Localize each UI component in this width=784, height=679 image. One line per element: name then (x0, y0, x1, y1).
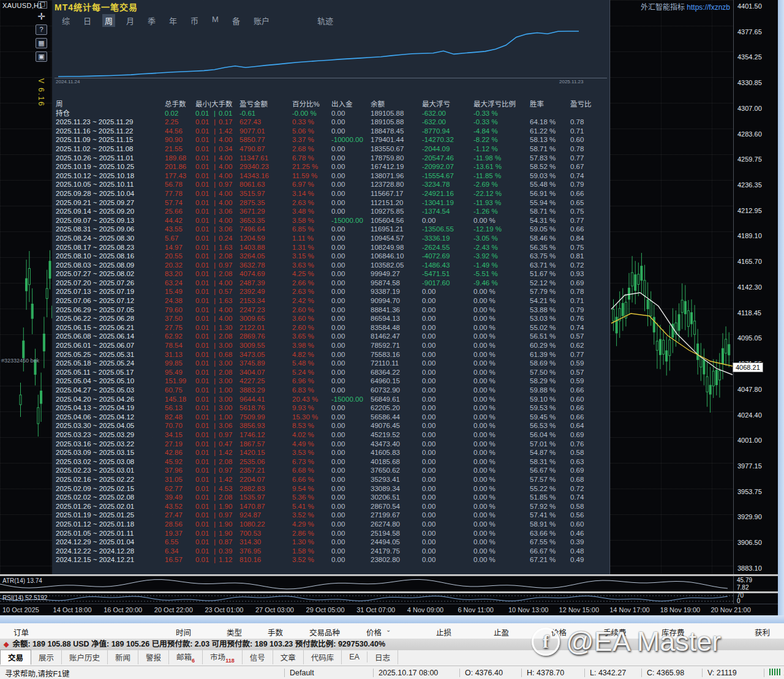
price-tick: 4330.85 (737, 79, 762, 86)
stats-tab-综[interactable]: 综 (59, 14, 72, 27)
time-tick: 20 Nov 21:00 (710, 606, 750, 613)
terminal-tab-代码库[interactable]: 代码库 (304, 650, 342, 664)
pane-splitter[interactable] (0, 574, 778, 576)
table-row: 2025.09.28 ~ 2025.10.0477.780.01|4.00351… (56, 189, 607, 198)
table-row: 2025.01.05 ~ 2025.01.1119.370.01|1.90700… (56, 529, 607, 538)
atr-pane: ATR(14) 13.74 (0, 576, 733, 591)
brand-link[interactable]: 外汇智能指标 https://fxznzb (641, 1, 730, 12)
price-tick: 4189.10 (737, 232, 762, 239)
terminal-tab-邮箱[interactable]: 邮箱6 (169, 650, 203, 665)
orders-column-header[interactable]: 手数 (268, 626, 283, 638)
time-axis[interactable]: 10 Oct 202514 Oct 18:0016 Oct 20:0020 Oc… (0, 604, 778, 616)
stats-tab-bar: 综日周月季年币M备账户轨迹 (59, 14, 336, 27)
price-tick: 4283.60 (737, 130, 762, 138)
stats-tab-轨迹[interactable]: 轨迹 (315, 14, 336, 27)
price-tick: 4142.30 (737, 283, 762, 291)
stats-tab-周[interactable]: 周 (102, 14, 115, 27)
terminal-tab-EA[interactable]: EA (342, 651, 368, 662)
table-row: 2025.04.13 ~ 2025.04.1956.130.01|3.00561… (56, 403, 607, 413)
table-row: 2025.02.23 ~ 2025.03.0137.960.01|0.97235… (56, 466, 607, 475)
stats-tab-年[interactable]: 年 (167, 14, 179, 27)
orders-column-header[interactable]: 价格 (366, 626, 382, 638)
orders-column-header[interactable]: 止损 (436, 626, 451, 638)
connection-bars-icon (769, 669, 780, 675)
stats-panel: MT4统计每一笔交易 综日周月季年币M备账户轨迹 2024.11.24 2025… (52, 0, 610, 576)
chart-toolbar: ✛ ? ▦ ▣ (36, 12, 47, 62)
table-row: 2025.06.08 ~ 2025.06.1462.920.01|2.08286… (56, 332, 607, 341)
table-row: 2025.05.04 ~ 2025.05.10151.990.01|3.0042… (56, 377, 607, 386)
grid-icon[interactable]: ▦ (36, 38, 47, 48)
stats-tab-月[interactable]: 月 (124, 14, 137, 27)
time-tick: 12 Nov 15:00 (559, 606, 599, 613)
time-tick: 29 Oct 05:00 (306, 606, 345, 613)
watermark: f @EA Master (532, 626, 721, 658)
stats-tab-备[interactable]: 备 (230, 14, 243, 27)
status-bar: 寻求帮助,请按F1键Default2025.10.17 08:00O: 4376… (0, 666, 784, 679)
help-icon[interactable]: ? (36, 24, 47, 35)
price-tick: 4307.00 (737, 105, 762, 112)
stats-tab-币[interactable]: 币 (188, 14, 201, 27)
table-row: 2025.07.06 ~ 2025.07.1224.380.01|1.63215… (56, 296, 607, 306)
table-row: 2025.07.13 ~ 2025.07.1915.490.01|0.57239… (56, 287, 607, 296)
price-tick: 4047.80 (737, 386, 762, 393)
table-row: 2025.01.19 ~ 2025.01.2527.470.01|0.97924… (56, 511, 607, 520)
terminal-tab-交易[interactable]: 交易 (0, 650, 31, 665)
table-row: 2025.02.09 ~ 2025.02.1562.770.01|4.53288… (56, 484, 607, 493)
terminal-tab-账户历史[interactable]: 账户历史 (62, 650, 108, 664)
table-row: 2025.11.16 ~ 2025.11.2244.560.01|1.42907… (56, 127, 607, 136)
price-tick: 3977.15 (737, 462, 762, 470)
table-row: 2025.09.21 ~ 2025.09.2757.740.01|4.00287… (56, 198, 607, 208)
time-tick: 14 Oct 18:00 (53, 606, 92, 613)
table-row: 2025.10.19 ~ 2025.10.25201.860.01|4.0029… (56, 162, 607, 171)
pane-splitter[interactable] (0, 591, 778, 593)
vertical-scrollbar[interactable] (778, 0, 784, 615)
weekly-stats-table: 周总手数最小|大手数盈亏金额百分比%出入金余额最大浮亏最大浮亏比例胜率盈亏比持仓… (56, 100, 607, 565)
sort-caret-icon[interactable]: ⌄ (386, 626, 391, 633)
price-tick: 4001.00 (737, 437, 762, 444)
table-row: 2025.03.02 ~ 2025.03.0845.920.01|2.08253… (56, 457, 607, 467)
orders-column-header[interactable]: 时间 (176, 626, 191, 638)
orders-column-header[interactable]: 交易品种 (309, 626, 340, 638)
table-row: 2025.05.18 ~ 2025.05.2499.850.01|3.00374… (56, 359, 607, 368)
orders-column-header[interactable]: 类型 (227, 626, 242, 638)
table-row: 2025.04.06 ~ 2025.04.1282.480.01|1.00750… (56, 413, 607, 422)
stats-tab-账户[interactable]: 账户 (251, 14, 272, 27)
stats-tab-日[interactable]: 日 (81, 14, 94, 27)
table-row: 2025.07.27 ~ 2025.08.0283.200.01|2.08407… (56, 269, 607, 279)
table-row: 2025.01.26 ~ 2025.02.0143.520.01|1.90147… (56, 502, 607, 511)
table-row: 2025.06.29 ~ 2025.07.0579.600.01|4.00224… (56, 306, 607, 315)
orders-column-header[interactable]: 订单 (13, 626, 29, 638)
table-row: 2025.07.20 ~ 2025.07.2663.240.01|4.00248… (56, 279, 607, 288)
price-tick: 3883.10 (737, 565, 762, 572)
orders-column-header[interactable]: 止盈 (494, 626, 509, 638)
terminal-tab-新闻[interactable]: 新闻 (108, 650, 138, 664)
terminal-tab-信号[interactable]: 信号 (243, 650, 273, 664)
price-tick: 4259.75 (737, 156, 762, 163)
terminal-tab-日志[interactable]: 日志 (368, 650, 398, 664)
table-row: 2025.08.10 ~ 2025.08.1620.550.01|2.08326… (56, 252, 607, 261)
status-segment[interactable]: 2025.10.17 08:00 (373, 669, 459, 677)
terminal-tab-文章[interactable]: 文章 (273, 650, 304, 664)
window-restore-icon[interactable]: ❐ (38, 1, 47, 9)
stats-tab-M[interactable]: M (209, 14, 221, 27)
order-ticket-label: #32332450 bek (1, 358, 39, 364)
price-axis[interactable]: 4401.504377.654354.254330.854307.004283.… (733, 0, 778, 615)
stats-tab-季[interactable]: 季 (145, 14, 158, 27)
terminal-tab-展示[interactable]: 展示 (31, 650, 62, 664)
table-row: 2024.12.15 ~ 2024.12.2116.570.01|1.12810… (56, 555, 607, 565)
status-segment: O: 4376.40 (459, 669, 521, 677)
terminal-tab-警报[interactable]: 警报 (138, 650, 169, 664)
stats-panel-title: MT4统计每一笔交易 (55, 1, 138, 13)
time-tick: 18 Nov 19:00 (660, 606, 700, 613)
window-icon[interactable]: ▣ (36, 51, 47, 62)
orders-column-header[interactable]: 获利 (755, 626, 770, 638)
terminal-tab-市场[interactable]: 市场118 (203, 650, 243, 665)
status-segment[interactable]: Default (284, 669, 373, 677)
status-segment: 15371/5 kb (764, 669, 784, 677)
price-tick: 4354.25 (737, 53, 762, 61)
move-cross-icon[interactable]: ✛ (36, 12, 47, 21)
horizontal-scrollbar[interactable] (0, 615, 784, 623)
balance-line: 余额: 189 105.88 USD 净值: 189 105.26 已用预付款:… (12, 640, 385, 648)
table-row: 2025.10.05 ~ 2025.10.1156.780.01|0.97806… (56, 180, 607, 189)
table-row: 2025.10.26 ~ 2025.11.01189.680.01|4.0011… (56, 154, 607, 163)
